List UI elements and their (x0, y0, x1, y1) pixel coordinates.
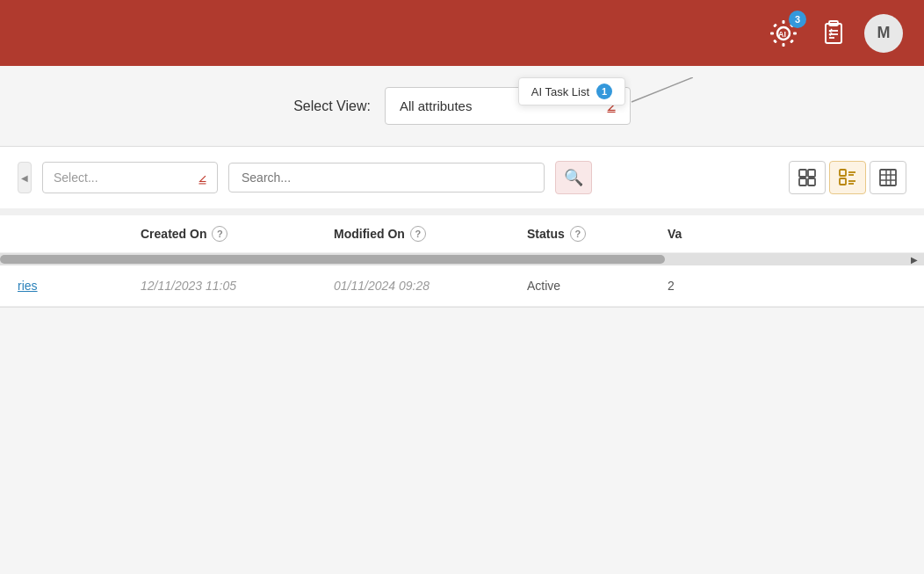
filter-select-placeholder: Select... (54, 171, 98, 185)
va-column-label: Va (668, 227, 682, 241)
ai-badge: 3 (789, 11, 806, 28)
ai-popup-label: AI Task List (531, 85, 589, 98)
svg-rect-5 (793, 32, 797, 34)
filter-select-dropdown[interactable]: Select... ⦤ (42, 162, 218, 193)
svg-rect-19 (808, 178, 815, 185)
horizontal-scrollbar[interactable]: ▶ (0, 253, 924, 265)
svg-rect-6 (773, 23, 777, 27)
svg-text:AI: AI (778, 30, 786, 39)
table-section-divider (0, 208, 924, 215)
filter-bar: ◀ Select... ⦤ 🔍 (0, 147, 924, 208)
search-button[interactable]: 🔍 (555, 161, 592, 194)
select-view-value: All attributes (400, 98, 473, 113)
created-on-column-label: Created On (141, 227, 206, 241)
svg-rect-10 (826, 24, 841, 43)
svg-rect-17 (808, 170, 815, 177)
va-value: 2 (668, 279, 906, 293)
svg-rect-3 (783, 43, 785, 47)
cell-status: Active (527, 279, 668, 293)
status-help-icon[interactable]: ? (570, 226, 586, 242)
svg-rect-16 (799, 170, 806, 177)
svg-rect-2 (783, 20, 785, 24)
filter-chevron-icon: ⦤ (199, 170, 206, 185)
clipboard-icon[interactable] (817, 17, 850, 50)
col-status-header: Status ? (527, 226, 668, 242)
avatar[interactable]: M (864, 14, 903, 53)
modified-on-column-label: Modified On (334, 227, 405, 241)
cell-name: ries (18, 278, 141, 294)
list-view-button[interactable] (829, 161, 866, 194)
svg-rect-7 (790, 39, 794, 43)
svg-rect-20 (840, 170, 846, 176)
modified-on-value: 01/11/2024 09:28 (334, 279, 527, 293)
cell-modified: 01/11/2024 09:28 (334, 279, 527, 293)
created-on-help-icon[interactable]: ? (212, 226, 227, 242)
cell-va: 2 (668, 279, 906, 293)
ai-icon-container[interactable]: AI 3 (764, 14, 803, 53)
table-bottom-border (0, 307, 924, 308)
svg-rect-23 (840, 178, 846, 185)
ai-popup-badge: 1 (596, 84, 612, 99)
table-view-button[interactable] (870, 161, 906, 194)
svg-rect-26 (880, 170, 896, 185)
select-view-section: Select View: All attributes ⦤ (0, 66, 924, 146)
created-on-value: 12/11/2023 11:05 (141, 279, 334, 293)
topbar: AI 3 (0, 0, 924, 66)
cell-created: 12/11/2023 11:05 (141, 279, 334, 293)
name-link[interactable]: ries (18, 279, 38, 293)
grid-view-button[interactable] (789, 161, 826, 194)
table-header: Created On ? Modified On ? Status ? Va (0, 215, 924, 253)
svg-rect-4 (770, 32, 774, 34)
col-created-header: Created On ? (141, 226, 334, 242)
scrollbar-thumb[interactable] (0, 255, 665, 264)
view-toggle-group (789, 161, 906, 194)
select-view-label: Select View: (293, 98, 371, 114)
topbar-icon-group: AI 3 (764, 14, 903, 53)
status-column-label: Status (527, 227, 565, 241)
table-container: Created On ? Modified On ? Status ? Va ▶… (0, 215, 924, 308)
col-modified-header: Modified On ? (334, 226, 527, 242)
search-icon: 🔍 (564, 168, 583, 187)
search-input[interactable] (228, 163, 545, 193)
svg-rect-18 (799, 178, 806, 185)
svg-rect-8 (773, 39, 777, 43)
status-value: Active (527, 279, 668, 293)
ai-task-list-popup: AI Task List 1 (518, 77, 625, 105)
scrollbar-right-arrow[interactable]: ▶ (908, 253, 920, 265)
table-row: ries 12/11/2023 11:05 01/11/2024 09:28 A… (0, 265, 924, 307)
sidebar-toggle[interactable]: ◀ (18, 162, 32, 193)
modified-on-help-icon[interactable]: ? (410, 226, 426, 242)
col-va-header: Va (668, 227, 906, 241)
